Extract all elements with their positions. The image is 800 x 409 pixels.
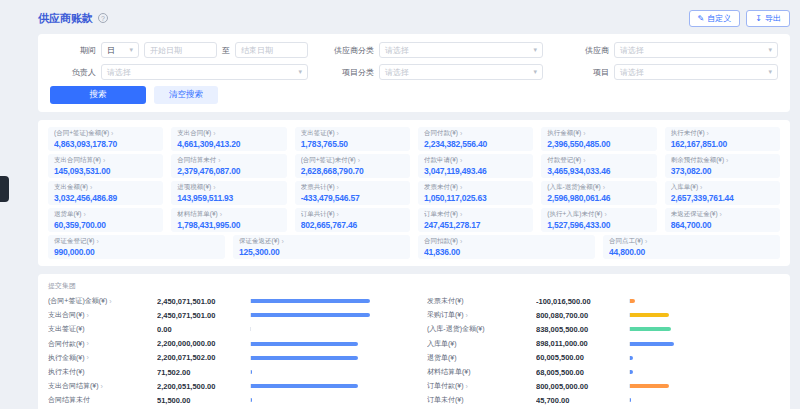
chart-row[interactable]: 退货单(¥) 60,005,500.00 (427, 351, 780, 365)
stat-tile[interactable]: 入库单(¥)› 2,657,339,761.44 (665, 181, 780, 205)
stat-tile[interactable]: 合同点工(¥)› 44,800.00 (603, 235, 780, 259)
chevron-right-icon: › (337, 184, 339, 191)
stat-tile[interactable]: 未返还保证金(¥)› 864,700.00 (665, 208, 780, 232)
chart-row-value: 800,005,000.00 (536, 382, 624, 391)
chevron-right-icon: › (281, 238, 283, 245)
stat-tile[interactable]: 发票未付(¥)› 1,050,117,025.63 (418, 181, 533, 205)
chevron-right-icon: › (83, 211, 85, 218)
stat-value: 4,661,309,413.20 (177, 139, 280, 149)
clear-search-button[interactable]: 清空搜索 (154, 86, 218, 104)
chart-row[interactable]: 执行未付(¥) 71,502.00 (48, 365, 401, 379)
stat-tile[interactable]: 订单未付(¥)› 247,451,278.17 (418, 208, 533, 232)
stat-tile[interactable]: 订单共计(¥)› 802,665,767.46 (295, 208, 410, 232)
supplier-category-placeholder: 请选择 (385, 45, 409, 56)
chevron-right-icon: › (103, 157, 105, 164)
chart-row-label: (合同+签证)金额(¥)› (48, 296, 152, 306)
chart-row[interactable]: 支出签证(¥) 0.00 (48, 322, 401, 336)
chart-row-value: 2,200,000,000.00 (157, 339, 245, 348)
chevron-right-icon: › (700, 184, 702, 191)
drawer-handle[interactable] (0, 176, 9, 202)
start-date-placeholder: 开始日期 (150, 45, 182, 56)
chart-row-label: 订单付款(¥)› (427, 381, 531, 391)
supplier-category-select[interactable]: 请选择 ▾ (379, 42, 543, 58)
chart-row[interactable]: 订单付款(¥)› 800,005,000.00 (427, 379, 780, 393)
stat-tile[interactable]: 执行未付(¥)› 162,167,851.00 (665, 127, 780, 151)
stat-tile[interactable]: 付款登记(¥)› 3,465,934,033.46 (541, 154, 656, 178)
chart-bar (251, 299, 370, 303)
chart-row[interactable]: 合同结算未付 51,500.00 (48, 393, 401, 407)
stat-label: 支出合同(¥)› (177, 129, 280, 138)
stat-tile[interactable]: 保证金登记(¥)› 990,000.00 (48, 235, 225, 259)
chart-row[interactable]: 合同付款(¥)› 2,200,000,000.00 (48, 337, 401, 351)
stat-tile[interactable]: 合同结算未付› 2,379,476,087.00 (171, 154, 286, 178)
chart-row[interactable]: 支出合同(¥)› 2,450,071,501.00 (48, 308, 401, 322)
chart-column-left: (合同+签证)金额(¥)› 2,450,071,501.00 支出合同(¥)› … (48, 294, 401, 409)
stat-tile[interactable]: 合同扣款(¥)› 41,836.00 (418, 235, 595, 259)
chevron-right-icon: › (337, 211, 339, 218)
stat-tile[interactable]: 退货单(¥)› 60,359,700.00 (48, 208, 163, 232)
chart-row[interactable]: 入库单(¥) 898,011,000.00 (427, 337, 780, 351)
stat-label: 支出合同结算(¥)› (54, 156, 157, 165)
stat-tile[interactable]: (合同+签证)未付(¥)› 2,628,668,790.70 (295, 154, 410, 178)
chevron-right-icon: › (87, 354, 89, 361)
stat-tile[interactable]: (入库-退货)金额(¥)› 2,596,980,061.46 (541, 181, 656, 205)
filter-period: 期间 日 ▾ 开始日期 至 结束日期 (50, 42, 308, 58)
chevron-right-icon: › (460, 184, 462, 191)
project-select[interactable]: 请选择 ▾ (614, 64, 778, 80)
end-date-input[interactable]: 结束日期 (235, 42, 308, 58)
chart-row[interactable]: 订单未付(¥) 45,700.00 (427, 393, 780, 407)
chart-bar-track (250, 356, 401, 360)
project-category-placeholder: 请选择 (385, 67, 409, 78)
filter-label-project-category: 项目分类 (328, 67, 374, 78)
stat-tile[interactable]: 支出金额(¥)› 3,032,456,486.89 (48, 181, 163, 205)
stat-tile[interactable]: 执行金额(¥)› 2,396,550,485.00 (541, 127, 656, 151)
chart-row-value: 800,080,700.00 (536, 311, 624, 320)
stat-tile[interactable]: 支出合同(¥)› 4,661,309,413.20 (171, 127, 286, 151)
period-unit-select[interactable]: 日 ▾ (101, 42, 139, 58)
export-button[interactable]: ↧ 导出 (746, 10, 790, 27)
chevron-right-icon: › (337, 130, 339, 137)
search-button[interactable]: 搜索 (50, 86, 146, 104)
chart-bar (630, 313, 669, 317)
chart-row[interactable]: (合同+签证)金额(¥)› 2,450,071,501.00 (48, 294, 401, 308)
stat-tile[interactable]: 支出签证(¥)› 1,783,765.50 (295, 127, 410, 151)
stat-value: 2,628,668,790.70 (301, 166, 404, 176)
customize-button[interactable]: ✎ 自定义 (689, 10, 741, 27)
stat-tile[interactable]: (执行+入库)未付(¥)› 1,527,596,433.00 (541, 208, 656, 232)
supplier-select[interactable]: 请选择 ▾ (614, 42, 778, 58)
stat-tile[interactable]: 合同付款(¥)› 2,234,382,556.40 (418, 127, 533, 151)
chart-row[interactable]: 发票未付(¥) -100,016,500.00 (427, 294, 780, 308)
stat-label: 剩余预付款金额(¥)› (671, 156, 774, 165)
stat-tile[interactable]: 保证金返还(¥)› 125,300.00 (233, 235, 410, 259)
owner-select[interactable]: 请选择 ▾ (101, 64, 308, 80)
chart-row-value: 71,502.00 (157, 368, 245, 377)
stat-label: 支出签证(¥)› (301, 129, 404, 138)
chart-row-value: 45,700.00 (536, 396, 624, 405)
chevron-right-icon: › (460, 130, 462, 137)
chart-row[interactable]: 执行金额(¥)› 2,200,071,502.00 (48, 351, 401, 365)
stat-label: 保证金返还(¥)› (239, 237, 404, 246)
stat-tile[interactable]: 付款申请(¥)› 3,047,119,493.46 (418, 154, 533, 178)
stat-tile[interactable]: 进项税额(¥)› 143,959,511.93 (171, 181, 286, 205)
stat-tile[interactable]: 发票共计(¥)› -433,479,546.57 (295, 181, 410, 205)
chart-row[interactable]: 支出合同结算(¥)› 2,200,051,500.00 (48, 379, 401, 393)
chart-row[interactable]: 材料结算单(¥) 68,005,500.00 (427, 365, 780, 379)
customize-label: 自定义 (707, 13, 731, 24)
stat-tile[interactable]: 支出合同结算(¥)› 145,093,531.00 (48, 154, 163, 178)
stat-value: 3,047,119,493.46 (424, 166, 527, 176)
stat-tile[interactable]: (合同+签证)金额(¥)› 4,863,093,178.70 (48, 127, 163, 151)
start-date-input[interactable]: 开始日期 (144, 42, 217, 58)
help-icon[interactable]: ? (98, 13, 108, 23)
stat-tile[interactable]: 剩余预付款金额(¥)› 373,082.00 (665, 154, 780, 178)
stat-value: 2,379,476,087.00 (177, 166, 280, 176)
stat-tile[interactable]: 材料结算单(¥)› 1,798,431,995.00 (171, 208, 286, 232)
project-category-select[interactable]: 请选择 ▾ (379, 64, 543, 80)
chevron-right-icon: › (87, 312, 89, 319)
filter-label-period: 期间 (50, 45, 96, 56)
chart-row[interactable]: (入库-退货)金额(¥) 838,005,500.00 (427, 322, 780, 336)
stat-value: 3,032,456,486.89 (54, 193, 157, 203)
page: 供应商账款 ? ✎ 自定义 ↧ 导出 期间 日 ▾ 开始日期 (0, 0, 800, 409)
chart-row-label: (入库-退货)金额(¥) (427, 324, 531, 334)
stat-value: 145,093,531.00 (54, 166, 157, 176)
chart-row[interactable]: 采购订单(¥)› 800,080,700.00 (427, 308, 780, 322)
